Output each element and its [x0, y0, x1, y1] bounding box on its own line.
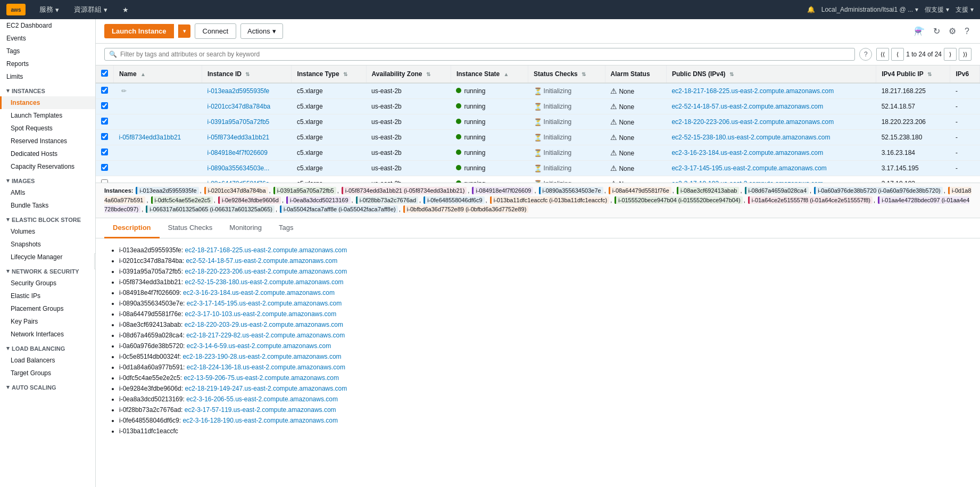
dns-link[interactable]: ec2-18-219-149-247.us-east-2.compute.ama…	[185, 385, 347, 392]
instance-id-link[interactable]: i-0890a355634503e...	[207, 164, 270, 172]
tab-status-checks[interactable]: Status Checks	[160, 218, 221, 238]
sidebar-item-network-interfaces[interactable]: Network Interfaces	[0, 328, 95, 341]
sidebar-item-spot-requests[interactable]: Spot Requests	[0, 122, 95, 135]
sidebar-item-lifecycle-manager[interactable]: Lifecycle Manager	[0, 251, 95, 263]
public-dns-link[interactable]: ec2-18-220-223-206.us-east-2.compute.ama…	[671, 118, 834, 126]
dns-link[interactable]: ec2-3-14-6-59.us-east-2.compute.amazonaw…	[187, 342, 331, 350]
dns-link[interactable]: ec2-18-217-168-225.us-east-2.compute.ama…	[185, 246, 347, 254]
dns-link[interactable]: ec2-18-224-136-18.us-east-2.compute.amaz…	[187, 364, 345, 371]
tab-monitoring[interactable]: Monitoring	[221, 218, 270, 238]
dns-link[interactable]: ec2-13-59-206-75.us-east-2.compute.amazo…	[184, 374, 338, 382]
dns-link[interactable]: ec2-18-223-190-28.us-east-2.compute.amaz…	[182, 353, 341, 360]
col-public-dns[interactable]: Public DNS (IPv4) ⇅	[666, 65, 876, 83]
pagination-first-button[interactable]: ⟨⟨	[876, 48, 889, 61]
public-dns-link[interactable]: ec2-52-15-238-180.us-east-2.compute.amaz…	[671, 134, 830, 141]
help-button[interactable]: ?	[962, 24, 971, 38]
sidebar-item-load-balancers[interactable]: Load Balancers	[0, 354, 95, 367]
actions-button[interactable]: Actions ▾	[240, 23, 283, 39]
dns-link[interactable]: ec2-52-15-238-180.us-east-2.compute.amaz…	[185, 278, 343, 286]
user-menu[interactable]: Local_Administration/Itsai1 @ ... ▾	[821, 6, 918, 13]
edit-icon[interactable]: ✏	[121, 87, 127, 95]
sidebar-item-target-groups[interactable]: Target Groups	[0, 367, 95, 379]
dns-link[interactable]: ec2-18-217-229-82.us-east-2.compute.amaz…	[186, 332, 345, 339]
col-ipv6[interactable]: IPv6	[950, 65, 980, 83]
sidebar-item-volumes[interactable]: Volumes	[0, 225, 95, 238]
search-icon: 🔍	[109, 51, 117, 58]
col-instance-id[interactable]: Instance ID ⇅	[202, 65, 292, 83]
public-dns-link[interactable]: ec2-18-217-168-225.us-east-2.compute.ama…	[671, 87, 834, 95]
sidebar-item-key-pairs[interactable]: Key Pairs	[0, 315, 95, 328]
pagination-next-button[interactable]: ⟩	[944, 48, 957, 61]
connect-button[interactable]: Connect	[195, 23, 236, 39]
pagination-prev-button[interactable]: ⟨	[891, 48, 904, 61]
lab-icon-button[interactable]: ⚗️	[912, 24, 927, 38]
instance-id-link[interactable]: i-0391a95a705a72fb5	[207, 118, 270, 126]
favorites-icon[interactable]: ★	[117, 0, 134, 19]
notifications-bell[interactable]: 🔔	[807, 6, 815, 13]
sidebar-item-bundle-tasks[interactable]: Bundle Tasks	[0, 199, 95, 212]
tab-description[interactable]: Description	[104, 218, 160, 238]
dns-link[interactable]: ec2-3-17-145-195.us-east-2.compute.amazo…	[187, 300, 342, 307]
col-alarm-status[interactable]: Alarm Status	[605, 65, 666, 83]
row-checkbox[interactable]	[96, 114, 114, 130]
col-az[interactable]: Availability Zone ⇅	[366, 65, 451, 83]
dns-link[interactable]: ec2-3-17-57-119.us-east-2.compute.amazon…	[185, 406, 336, 414]
instance-id-link[interactable]: i-05f8734edd3a1bb21	[207, 134, 270, 141]
row-checkbox[interactable]	[96, 145, 114, 161]
resource-groups-menu[interactable]: 資源群組 ▾	[69, 0, 113, 19]
sidebar-item-reserved-instances[interactable]: Reserved Instances	[0, 135, 95, 147]
dns-link[interactable]: ec2-3-16-23-184.us-east-2.compute.amazon…	[183, 289, 335, 296]
sidebar-item-placement-groups[interactable]: Placement Groups	[0, 302, 95, 315]
col-state[interactable]: Instance State ▲	[451, 65, 528, 83]
support-menu[interactable]: 支援 ▾	[956, 5, 974, 14]
sidebar-item-limits[interactable]: Limits	[0, 70, 95, 83]
col-instance-type[interactable]: Instance Type ⇅	[292, 65, 366, 83]
sidebar-item-instances[interactable]: Instances	[0, 96, 95, 109]
instance-id-link[interactable]: i-084918e4f7f026609	[207, 149, 268, 156]
sidebar-item-reports[interactable]: Reports	[0, 57, 95, 70]
sidebar-item-dedicated-hosts[interactable]: Dedicated Hosts	[0, 147, 95, 160]
pagination-last-button[interactable]: ⟩⟩	[959, 48, 971, 61]
row-checkbox[interactable]	[96, 161, 114, 176]
sidebar-item-capacity-reservations[interactable]: Capacity Reservations	[0, 160, 95, 173]
sidebar-item-tags[interactable]: Tags	[0, 45, 95, 57]
dns-link[interactable]: ec2-3-16-206-55.us-east-2.compute.amazon…	[186, 395, 338, 403]
instance-id-link[interactable]: i-013eaa2d5955935fe	[207, 87, 270, 95]
sidebar-collapse-button[interactable]: ◀	[94, 253, 96, 269]
sidebar-item-elastic-ips[interactable]: Elastic IPs	[0, 290, 95, 302]
search-help-button[interactable]: ?	[859, 48, 872, 61]
sidebar-item-amis[interactable]: AMIs	[0, 186, 95, 199]
search-input[interactable]	[120, 51, 850, 58]
public-dns-link[interactable]: ec2-3-17-145-195.us-east-2.compute.amazo…	[671, 164, 826, 172]
sidebar-item-launch-templates[interactable]: Launch Templates	[0, 109, 95, 122]
row-checkbox[interactable]	[96, 130, 114, 145]
row-checkbox[interactable]	[96, 99, 114, 114]
col-name[interactable]: Name ▲	[114, 65, 202, 83]
tab-tags[interactable]: Tags	[270, 218, 302, 238]
region-menu[interactable]: 假支援 ▾	[925, 5, 949, 14]
services-menu[interactable]: 服務 ▾	[34, 0, 64, 19]
dns-link[interactable]: ec2-3-17-10-103.us-east-2.compute.amazon…	[185, 310, 336, 318]
public-dns-link[interactable]: ec2-52-14-18-57.us-east-2.compute.amazon…	[671, 103, 823, 110]
dns-link[interactable]: ec2-18-220-203-29.us-east-2.compute.amaz…	[185, 321, 343, 328]
dns-link[interactable]: ec2-52-14-18-57.us-east-2.compute.amazon…	[186, 257, 337, 265]
dns-link[interactable]: ec2-3-16-128-190.us-east-2.compute.amazo…	[182, 417, 337, 424]
instance-id-link[interactable]: i-0201cc347d8a784ba	[207, 103, 271, 110]
refresh-button[interactable]: ↻	[931, 24, 942, 38]
launch-instance-dropdown-button[interactable]: ▾	[178, 24, 190, 38]
col-ipv4[interactable]: IPv4 Public IP ⇅	[876, 65, 950, 83]
cell-public-dns: ec2-52-15-238-180.us-east-2.compute.amaz…	[666, 130, 876, 145]
public-dns-link[interactable]: ec2-3-16-23-184.us-east-2.compute.amazon…	[671, 149, 823, 156]
row-checkbox[interactable]	[96, 176, 114, 183]
row-checkbox[interactable]	[96, 83, 114, 99]
sidebar-item-snapshots[interactable]: Snapshots	[0, 238, 95, 251]
sidebar-item-security-groups[interactable]: Security Groups	[0, 277, 95, 290]
launch-instance-button[interactable]: Launch Instance	[104, 24, 174, 38]
description-list-item: i-08d67a4659a028ca4: ec2-18-217-229-82.u…	[119, 330, 967, 341]
sidebar-item-ec2-dashboard[interactable]: EC2 Dashboard	[0, 19, 95, 32]
col-status-checks[interactable]: Status Checks ⇅	[528, 65, 605, 83]
select-all-checkbox-header[interactable]	[96, 65, 114, 83]
sidebar-item-events[interactable]: Events	[0, 32, 95, 45]
settings-button[interactable]: ⚙	[946, 24, 958, 38]
dns-link[interactable]: ec2-18-220-223-206.us-east-2.compute.ama…	[185, 268, 347, 275]
